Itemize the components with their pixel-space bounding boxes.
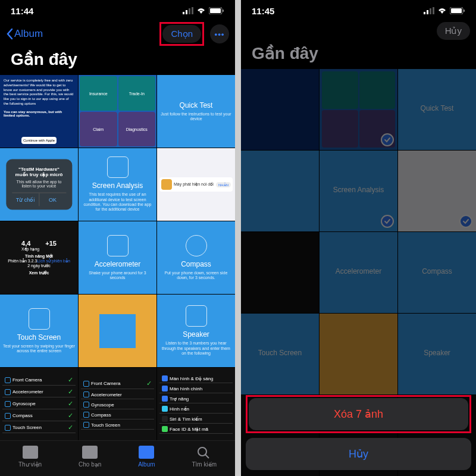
speaker-icon [186,305,207,327]
svg-rect-5 [210,8,221,13]
thumb-settings[interactable]: Màn hình & Độ sáng Màn hình chính Trợ nă… [157,368,235,440]
highlight-box: Xóa 7 ảnh [246,395,471,433]
svg-rect-11 [430,8,431,14]
thumb-appstore[interactable]: 4,4Xếp hạng +15 Tính năng Mới Phiên bản … [0,221,78,294]
thumb[interactable]: Accelerometer [320,232,397,313]
thumb[interactable] [241,151,319,231]
cancel-button[interactable]: Hủy [437,22,470,40]
battery-icon [450,6,465,16]
action-sheet: Xóa 7 ảnh Hủy [246,395,471,470]
svg-rect-12 [433,7,434,14]
page-title: Gần đây [241,42,476,69]
thumb-yellow[interactable] [79,295,156,367]
svg-rect-2 [189,8,190,14]
select-button[interactable]: Chọn [162,25,201,43]
svg-rect-9 [424,12,425,14]
wrench-shape [99,314,136,348]
sheet-cancel-button[interactable]: Hủy [246,438,471,470]
album-icon [139,446,154,459]
apple-signin-btn: Continue with Apple [21,137,57,144]
thumb[interactable] [241,232,319,313]
svg-rect-0 [183,12,184,14]
more-button[interactable]: ••• [210,24,229,43]
selected-check [381,133,394,146]
status-indicators [424,6,465,16]
svg-rect-1 [186,10,187,14]
back-label: Album [14,28,43,40]
thumb-screen[interactable]: Screen Analysis This test requires the u… [79,148,156,221]
thumb-appstore-list[interactable]: Máy phát hiện nói dối NHẬN [157,148,235,221]
svg-rect-14 [451,8,462,13]
signal-icon [183,6,193,16]
mic-dialog: "TestM Hardware" muốn truy cập micrô Thi… [6,159,72,210]
thumb[interactable] [241,69,319,150]
status-bar: 11:45 [241,0,476,18]
compass-icon [186,235,207,256]
tab-library[interactable]: Thư viện [18,446,42,468]
page-title: Gần đây [0,48,235,75]
chevron-left-icon [6,28,13,40]
thumb-speaker[interactable]: Speaker Listen to the 3 numbers you hear… [157,295,235,367]
thumb-cards[interactable]: Insurance Trade-In Claim Diagnostics [79,75,156,148]
wifi-icon [437,6,447,16]
back-button[interactable]: Album [6,28,43,40]
dialog-ok: OK [39,193,66,206]
thumb[interactable]: Quick Test [398,69,476,150]
tab-foryou[interactable]: Cho bạn [79,446,101,468]
settings-list: Màn hình & Độ sáng Màn hình chính Trợ nă… [159,374,233,434]
thumb[interactable] [398,151,476,231]
thumb-compass[interactable]: Compass Put your phone down, screen side… [157,221,235,294]
get-btn: NHẬN [216,182,231,187]
thumb[interactable]: Screen Analysis [320,151,397,231]
touch-icon [29,308,50,330]
nav-bar: Album Chọn ••• [0,18,235,48]
search-icon [196,446,212,459]
nav-bar: Hủy [241,18,476,42]
thumb-quicktest[interactable]: Quick Test Just follow the instructions … [157,75,235,148]
thumb[interactable]: Speaker [398,314,476,394]
phone-screen-left: 11:44 Album Chọn ••• Gần đây Our service… [0,0,235,476]
card-diag: Diagnostics [118,112,156,146]
thumb-accel[interactable]: Accelerometer Shake your phone around fo… [79,221,156,294]
highlight-box: Chọn [159,22,204,46]
thumb[interactable] [320,69,397,150]
thumb-sensors1[interactable]: Front Camera✓ Accelerometer✓ Gyroscope✓ … [0,368,78,440]
app-icon [161,179,172,190]
sensor-list: Front Camera✓ Accelerometer✓ Gyroscope✓ … [2,375,76,433]
thumb-promo[interactable]: Our service is completely free and with … [0,75,78,148]
thumb[interactable]: Compass [398,232,476,313]
dialog-deny: Từ chối [12,193,39,206]
foryou-icon [82,446,98,459]
selected-check [459,215,472,228]
svg-rect-10 [427,10,428,14]
thumb-dialog[interactable]: "TestM Hardware" muốn truy cập micrô Thi… [0,148,78,221]
thumb[interactable]: Touch Screen [241,314,319,394]
wifi-icon [196,6,206,16]
battery-icon [209,6,224,16]
promo-text2: You can stay anonymous, but with limited… [4,110,74,117]
accel-icon [107,235,129,256]
tab-bar: Thư viện Cho bạn Album Tìm kiếm [0,440,235,476]
svg-rect-3 [192,7,193,14]
card-claim: Claim [80,112,117,146]
svg-rect-6 [223,10,224,12]
library-icon [23,446,38,459]
signal-icon [424,6,434,16]
thumb-touch[interactable]: Touch Screen Test your screen by swiping… [0,295,78,367]
delete-button[interactable]: Xóa 7 ảnh [249,398,468,430]
photo-grid[interactable]: Our service is completely free and with … [0,75,235,440]
screen-icon [107,156,129,178]
promo-text: Our service is completely free and with … [4,79,74,107]
sensor-list-2: Front Camera✓ Accelerometer Gyroscope Co… [81,378,154,430]
status-indicators [183,6,224,16]
thumb-sensors2[interactable]: Front Camera✓ Accelerometer Gyroscope Co… [79,368,156,440]
thumb[interactable] [320,314,397,394]
card-tradein: Trade-In [118,76,156,111]
app-name: Máy phát hiện nói dối [174,182,214,187]
svg-line-8 [205,455,209,458]
clock: 11:45 [252,6,274,16]
tab-search[interactable]: Tìm kiếm [192,446,217,468]
status-bar: 11:44 [0,0,235,18]
tab-album[interactable]: Album [138,446,155,468]
svg-point-7 [198,447,206,456]
